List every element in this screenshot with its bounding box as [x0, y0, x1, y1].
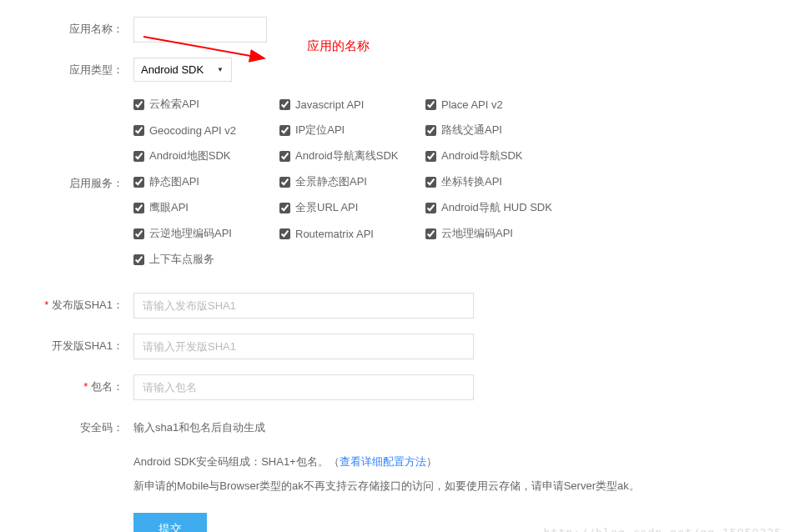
package-name-input[interactable] — [133, 374, 474, 400]
security-code-label: 安全码： — [0, 415, 133, 435]
submit-button[interactable]: 提交 — [133, 513, 207, 532]
service-checkbox-item[interactable]: Android导航离线SDK — [279, 148, 425, 163]
service-checkbox-item[interactable]: 云检索API — [133, 97, 279, 112]
service-checkbox[interactable] — [279, 125, 290, 136]
service-checkbox[interactable] — [425, 151, 436, 162]
enable-services-label: 启用服务： — [0, 97, 133, 191]
dev-sha1-input[interactable] — [133, 334, 474, 359]
service-label: 云逆地理编码API — [149, 226, 232, 241]
service-checkbox[interactable] — [425, 99, 436, 110]
service-checkbox-item[interactable]: 云地理编码API — [425, 226, 571, 241]
service-checkbox[interactable] — [279, 99, 290, 110]
service-checkbox[interactable] — [279, 203, 290, 213]
app-name-input[interactable] — [133, 17, 267, 43]
package-name-label: 包名： — [0, 374, 133, 394]
service-checkbox-item[interactable]: Geocoding API v2 — [133, 123, 279, 138]
service-checkbox-item[interactable]: IP定位API — [279, 123, 425, 138]
annotation-text: 应用的名称 — [307, 38, 370, 54]
service-checkbox[interactable] — [133, 228, 144, 239]
service-checkbox-item[interactable]: Place API v2 — [425, 97, 571, 112]
service-checkbox-item[interactable]: Android地图SDK — [133, 148, 279, 163]
service-label: 路线交通API — [441, 123, 502, 138]
service-label: Android导航SDK — [441, 148, 523, 163]
service-label: Javascript API — [295, 98, 364, 111]
service-checkbox-item[interactable]: 全景静态图API — [279, 174, 425, 189]
service-checkbox-item[interactable]: 路线交通API — [425, 123, 571, 138]
service-checkbox[interactable] — [425, 177, 436, 188]
service-label: Android导航 HUD SDK — [441, 200, 552, 215]
service-label: 上下车点服务 — [149, 252, 214, 267]
service-checkbox[interactable] — [279, 177, 290, 188]
service-label: Android地图SDK — [149, 148, 231, 163]
app-type-select[interactable]: Android SDK — [133, 58, 232, 82]
service-checkbox-item[interactable]: Routematrix API — [279, 226, 425, 241]
note-composition: Android SDK安全码组成：SHA1+包名。（查看详细配置方法） — [133, 450, 790, 474]
service-checkbox-item[interactable]: 坐标转换API — [425, 174, 571, 189]
release-sha1-input[interactable] — [133, 293, 474, 319]
service-checkbox[interactable] — [133, 125, 144, 136]
service-checkbox-item[interactable]: Android导航SDK — [425, 148, 571, 163]
service-checkbox[interactable] — [133, 177, 144, 188]
service-label: 鹰眼API — [149, 200, 189, 215]
service-checkbox-item[interactable]: 鹰眼API — [133, 200, 279, 215]
service-label: Geocoding API v2 — [149, 124, 236, 137]
service-label: 坐标转换API — [441, 174, 502, 189]
service-checkbox-item[interactable]: 上下车点服务 — [133, 252, 279, 267]
service-label: 云检索API — [149, 97, 199, 112]
service-label: 全景静态图API — [295, 174, 367, 189]
service-checkbox[interactable] — [425, 125, 436, 136]
app-name-label: 应用名称： — [0, 17, 133, 37]
dev-sha1-label: 开发版SHA1： — [0, 334, 133, 354]
service-label: IP定位API — [295, 123, 345, 138]
service-label: Android导航离线SDK — [295, 148, 399, 163]
service-checkbox[interactable] — [279, 151, 290, 162]
note-storage-warning: 新申请的Mobile与Browser类型的ak不再支持云存储接口的访问，如要使用… — [133, 474, 790, 499]
release-sha1-label: 发布版SHA1： — [0, 293, 133, 313]
service-checkbox[interactable] — [425, 228, 436, 239]
service-label: 云地理编码API — [441, 226, 513, 241]
service-checkbox[interactable] — [133, 254, 144, 265]
service-label: Routematrix API — [295, 228, 374, 240]
service-label: 静态图API — [149, 174, 199, 189]
app-type-label: 应用类型： — [0, 58, 133, 78]
service-label: Place API v2 — [441, 98, 503, 111]
service-checkbox[interactable] — [279, 228, 290, 239]
service-checkbox[interactable] — [133, 203, 144, 213]
service-checkbox-item[interactable]: Javascript API — [279, 97, 425, 112]
service-checkbox-item[interactable]: 云逆地理编码API — [133, 226, 279, 241]
service-label: 全景URL API — [295, 200, 358, 215]
service-checkbox-item[interactable]: 静态图API — [133, 174, 279, 189]
service-checkbox[interactable] — [133, 151, 144, 162]
service-checkbox[interactable] — [133, 99, 144, 110]
service-checkbox-item[interactable]: 全景URL API — [279, 200, 425, 215]
watermark-text: http://blog.csdn.net/qq_15950325 — [543, 526, 782, 532]
config-detail-link[interactable]: 查看详细配置方法 — [340, 455, 426, 468]
security-code-hint: 输入sha1和包名后自动生成 — [133, 415, 790, 435]
service-checkbox[interactable] — [425, 203, 436, 213]
service-checkbox-item[interactable]: Android导航 HUD SDK — [425, 200, 571, 215]
